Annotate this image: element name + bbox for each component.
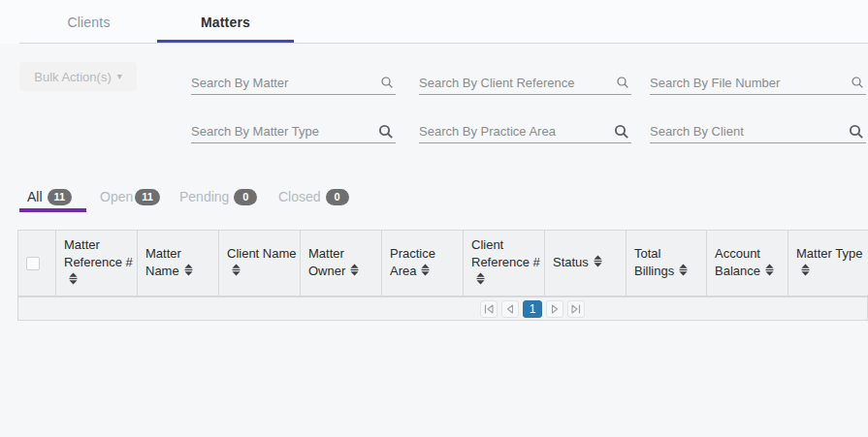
search-by-client-field (650, 120, 866, 143)
column-label: Matter Owner (308, 246, 345, 278)
bulk-actions-label: Bulk Action(s) (34, 70, 111, 84)
sort-icon[interactable] (593, 255, 603, 267)
search-by-client-reference-field (419, 72, 631, 95)
next-page-button[interactable] (546, 300, 563, 318)
header-select-all-cell (18, 231, 56, 297)
select-all-checkbox[interactable] (26, 257, 40, 270)
column-label: Client Reference # (471, 237, 540, 269)
pagination-controls: 1 (480, 300, 585, 318)
filter-tab-closed-label: Closed (278, 189, 321, 204)
search-by-file-number-field (650, 72, 866, 95)
filter-tab-all[interactable]: All 11 (27, 184, 72, 209)
column-status[interactable]: Status (545, 231, 627, 297)
sort-icon[interactable] (800, 264, 811, 276)
column-label: Matter Reference # (64, 237, 133, 269)
column-matter-owner[interactable]: Matter Owner (301, 231, 382, 297)
sort-icon[interactable] (183, 264, 194, 276)
sort-icon[interactable] (231, 264, 241, 276)
filter-tab-closed-count-badge: 0 (326, 189, 349, 205)
search-by-practice-area-field (419, 120, 631, 143)
previous-page-icon (504, 303, 516, 315)
last-page-button[interactable] (567, 300, 585, 318)
column-total-billings[interactable]: Total Billings (627, 231, 707, 297)
column-matter-name[interactable]: Matter Name (138, 231, 219, 297)
tab-matters-label: Matters (201, 15, 250, 30)
filter-tab-all-label: All (27, 189, 43, 204)
search-by-matter-type-field (191, 120, 396, 143)
bulk-actions-button[interactable]: Bulk Action(s) ▾ (19, 62, 137, 91)
column-matter-type[interactable]: Matter Type (788, 231, 868, 297)
search-by-file-number-input[interactable] (650, 72, 866, 94)
sort-icon[interactable] (678, 264, 689, 276)
top-tab-bar: Clients Matters (0, 0, 868, 44)
tab-clients-label: Clients (67, 15, 110, 30)
filter-tab-pending-count-badge: 0 (234, 189, 257, 205)
chevron-down-icon: ▾ (117, 72, 122, 81)
previous-page-button[interactable] (501, 300, 519, 318)
pagination-bar: 1 (17, 297, 868, 321)
next-page-icon (549, 303, 561, 315)
column-practice-area[interactable]: Practice Area (382, 231, 464, 297)
filter-tab-open-label: Open (100, 189, 133, 204)
filter-tab-closed[interactable]: Closed 0 (278, 184, 349, 209)
search-by-client-reference-input[interactable] (419, 72, 631, 94)
tab-matters[interactable]: Matters (157, 0, 294, 44)
search-by-matter-type-input[interactable] (191, 120, 396, 142)
filter-tab-open[interactable]: Open 11 (100, 184, 160, 209)
search-by-practice-area-input[interactable] (419, 120, 631, 142)
column-matter-reference[interactable]: Matter Reference # (56, 231, 138, 297)
filter-tab-pending-label: Pending (179, 189, 229, 204)
matters-table: Matter Reference # Matter Name Client Na… (17, 230, 868, 297)
sort-icon[interactable] (475, 272, 486, 285)
column-label: Matter Name (145, 246, 181, 278)
search-by-matter-input[interactable] (191, 72, 396, 94)
search-by-matter-field (191, 72, 396, 95)
tab-bar-divider (19, 43, 868, 44)
column-label: Status (553, 255, 589, 269)
first-page-button[interactable] (480, 300, 498, 318)
search-by-client-input[interactable] (650, 120, 866, 142)
column-client-reference[interactable]: Client Reference # (464, 231, 545, 297)
column-client-name[interactable]: Client Name (219, 231, 301, 297)
active-filter-underline (19, 208, 86, 212)
page-number-button[interactable]: 1 (523, 300, 542, 318)
filter-tab-open-count-badge: 11 (135, 189, 160, 205)
table-header-row: Matter Reference # Matter Name Client Na… (18, 231, 868, 297)
filter-tab-all-count-badge: 11 (48, 189, 73, 205)
column-account-balance[interactable]: Account Balance (707, 231, 788, 297)
column-label: Matter Type (796, 246, 862, 261)
column-label: Client Name (227, 246, 297, 261)
first-page-icon (483, 303, 495, 315)
tab-clients[interactable]: Clients (20, 0, 157, 44)
sort-icon[interactable] (68, 272, 79, 285)
sort-icon[interactable] (349, 264, 360, 276)
sort-icon[interactable] (420, 264, 431, 276)
filter-tab-pending[interactable]: Pending 0 (179, 184, 257, 209)
last-page-icon (570, 303, 582, 315)
column-label: Total Billings (634, 246, 674, 278)
sort-icon[interactable] (764, 264, 775, 276)
column-label: Account Balance (715, 246, 760, 278)
